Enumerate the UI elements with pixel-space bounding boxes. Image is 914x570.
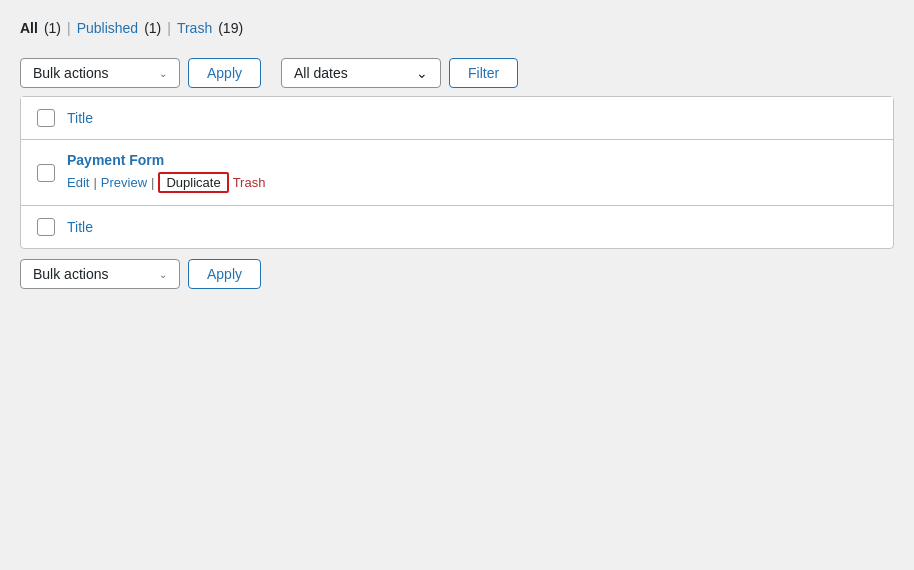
- forms-table: Title Payment Form Edit | Preview | Dupl…: [20, 96, 894, 249]
- chevron-down-icon: ⌄: [159, 68, 167, 79]
- bottom-toolbar: Bulk actions ⌄ Apply: [20, 249, 894, 289]
- row-checkbox[interactable]: [37, 164, 55, 182]
- top-toolbar: Bulk actions ⌄ Apply All dates ⌄ Filter: [20, 50, 894, 96]
- tab-published-count: (1): [144, 20, 161, 36]
- tab-all-count: (1): [44, 20, 61, 36]
- duplicate-button[interactable]: Duplicate: [158, 172, 228, 193]
- row-actions: Edit | Preview | Duplicate Trash: [67, 172, 265, 193]
- bottom-apply-button[interactable]: Apply: [188, 259, 261, 289]
- filter-button[interactable]: Filter: [449, 58, 518, 88]
- bottom-bulk-actions-dropdown[interactable]: Bulk actions ⌄: [20, 259, 180, 289]
- bulk-actions-dropdown[interactable]: Bulk actions ⌄: [20, 58, 180, 88]
- action-sep-2: |: [151, 175, 154, 190]
- edit-link[interactable]: Edit: [67, 175, 89, 190]
- table-header-row: Title: [21, 97, 893, 140]
- filter-tabs: All (1) | Published (1) | Trash (19): [20, 20, 894, 36]
- all-dates-label: All dates: [294, 65, 348, 81]
- tab-published[interactable]: Published: [77, 20, 139, 36]
- preview-link[interactable]: Preview: [101, 175, 147, 190]
- footer-title-label[interactable]: Title: [67, 219, 93, 235]
- table-footer-row: Title: [21, 206, 893, 248]
- table-row: Payment Form Edit | Preview | Duplicate …: [21, 140, 893, 206]
- footer-row-checkbox[interactable]: [37, 218, 55, 236]
- form-title-link[interactable]: Payment Form: [67, 152, 265, 168]
- trash-link[interactable]: Trash: [233, 175, 266, 190]
- top-apply-button[interactable]: Apply: [188, 58, 261, 88]
- bottom-chevron-down-icon: ⌄: [159, 269, 167, 280]
- tab-all[interactable]: All: [20, 20, 38, 36]
- separator-1: |: [67, 20, 71, 36]
- form-row-content: Payment Form Edit | Preview | Duplicate …: [67, 152, 265, 193]
- column-title-header[interactable]: Title: [67, 110, 93, 126]
- bulk-actions-label: Bulk actions: [33, 65, 108, 81]
- tab-trash[interactable]: Trash: [177, 20, 212, 36]
- chevron-down-icon-dates: ⌄: [416, 65, 428, 81]
- all-dates-dropdown[interactable]: All dates ⌄: [281, 58, 441, 88]
- header-checkbox[interactable]: [37, 109, 55, 127]
- tab-trash-count: (19): [218, 20, 243, 36]
- action-sep-1: |: [93, 175, 96, 190]
- separator-2: |: [167, 20, 171, 36]
- bottom-bulk-actions-label: Bulk actions: [33, 266, 108, 282]
